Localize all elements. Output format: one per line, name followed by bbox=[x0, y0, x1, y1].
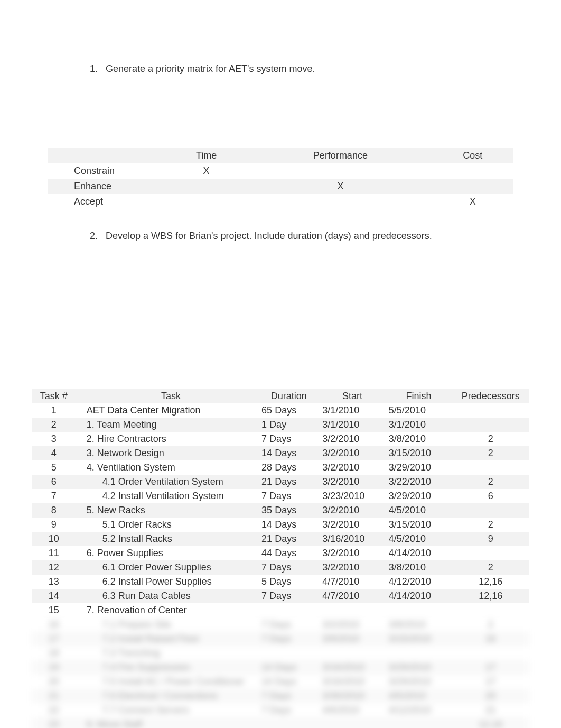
wbs-cell-task: 8. Move Staff bbox=[76, 717, 258, 728]
wbs-cell-duration bbox=[258, 603, 319, 618]
wbs-cell-num: 17 bbox=[32, 632, 76, 646]
wbs-cell-duration: 5 Days bbox=[258, 575, 319, 589]
wbs-cell-finish bbox=[386, 603, 452, 618]
wbs-cell-start: 3/1/2010 bbox=[319, 418, 386, 432]
wbs-cell-task: 7.1 Prepare Site bbox=[76, 618, 258, 632]
wbs-row: 207.5 Install AC / Power Conditioner14 D… bbox=[32, 675, 529, 689]
wbs-cell-num: 3 bbox=[32, 432, 76, 446]
wbs-cell-task: 7. Renovation of Center bbox=[76, 603, 258, 618]
wbs-cell-finish: 3/22/2010 bbox=[386, 475, 452, 489]
wbs-row: 21. Team Meeting1 Day3/1/20103/1/2010 bbox=[32, 418, 529, 432]
wbs-cell-task: 3. Network Design bbox=[76, 446, 258, 460]
wbs-cell-num: 22 bbox=[32, 703, 76, 717]
wbs-cell-predecessors bbox=[452, 418, 529, 432]
wbs-row: 43. Network Design14 Days3/2/20103/15/20… bbox=[32, 446, 529, 460]
wbs-cell-num: 6 bbox=[32, 475, 76, 489]
question-1-number: 1. bbox=[90, 63, 106, 75]
matrix-cell-time: X bbox=[164, 163, 249, 179]
wbs-cell-predecessors: 17 bbox=[452, 660, 529, 675]
wbs-cell-start: 3/16/2010 bbox=[319, 675, 386, 689]
wbs-cell-num: 7 bbox=[32, 489, 76, 503]
wbs-cell-start: 3/2/2010 bbox=[319, 460, 386, 475]
wbs-cell-num: 16 bbox=[32, 618, 76, 632]
wbs-cell-duration: 7 Days bbox=[258, 632, 319, 646]
question-2: 2. Develop a WBS for Brian's project. In… bbox=[90, 231, 498, 242]
matrix-header-cost: Cost bbox=[432, 148, 513, 163]
wbs-row: 146.3 Run Data Cables7 Days4/7/20104/14/… bbox=[32, 589, 529, 603]
question-1-text: Generate a priority matrix for AET's sys… bbox=[106, 63, 498, 75]
wbs-cell-duration: 14 Days bbox=[258, 660, 319, 675]
wbs-row: 64.1 Order Ventilation System21 Days3/2/… bbox=[32, 475, 529, 489]
wbs-cell-task: 6.3 Run Data Cables bbox=[76, 589, 258, 603]
wbs-cell-task: 4.2 Install Ventilation System bbox=[76, 489, 258, 503]
question-1: 1. Generate a priority matrix for AET's … bbox=[90, 63, 498, 75]
wbs-cell-task: 6. Power Supplies bbox=[76, 546, 258, 560]
wbs-cell-start: 3/16/2010 bbox=[319, 532, 386, 546]
wbs-cell-start bbox=[319, 646, 386, 660]
wbs-cell-task: 1. Team Meeting bbox=[76, 418, 258, 432]
wbs-cell-start: 4/6/2010 bbox=[319, 703, 386, 717]
wbs-row: 217.6 Electrical / Connections7 Days3/30… bbox=[32, 689, 529, 703]
wbs-row: 238. Move Staff12,16 bbox=[32, 717, 529, 728]
wbs-row: 177.2 Install Raised Floor7 Days3/9/2010… bbox=[32, 632, 529, 646]
wbs-cell-duration: 28 Days bbox=[258, 460, 319, 475]
wbs-cell-predecessors: 2 bbox=[452, 560, 529, 575]
matrix-header-row: Time Performance Cost bbox=[48, 148, 513, 163]
wbs-cell-predecessors: 2 bbox=[452, 446, 529, 460]
wbs-cell-start: 4/7/2010 bbox=[319, 589, 386, 603]
wbs-cell-predecessors: 2 bbox=[452, 475, 529, 489]
matrix-row-label: Constrain bbox=[48, 163, 164, 179]
wbs-header-duration: Duration bbox=[258, 389, 319, 403]
priority-matrix: Time Performance Cost ConstrainXEnhanceX… bbox=[48, 148, 513, 209]
wbs-header-predecessors: Predecessors bbox=[452, 389, 529, 403]
wbs-cell-finish: 4/5/2010 bbox=[386, 532, 452, 546]
wbs-cell-task: 4. Ventilation System bbox=[76, 460, 258, 475]
wbs-cell-duration: 35 Days bbox=[258, 503, 319, 518]
wbs-cell-predecessors: 9 bbox=[452, 532, 529, 546]
wbs-cell-num: 10 bbox=[32, 532, 76, 546]
wbs-cell-num: 18 bbox=[32, 646, 76, 660]
wbs-cell-duration: 14 Days bbox=[258, 518, 319, 532]
wbs-cell-finish: 3/8/2010 bbox=[386, 560, 452, 575]
wbs-cell-duration: 14 Days bbox=[258, 675, 319, 689]
wbs-cell-finish bbox=[386, 646, 452, 660]
wbs-cell-task: 5. New Racks bbox=[76, 503, 258, 518]
wbs-cell-num: 1 bbox=[32, 403, 76, 418]
wbs-row: 167.1 Prepare Site7 Days3/2/20103/8/2010… bbox=[32, 618, 529, 632]
wbs-cell-num: 4 bbox=[32, 446, 76, 460]
wbs-cell-num: 5 bbox=[32, 460, 76, 475]
wbs-cell-num: 8 bbox=[32, 503, 76, 518]
wbs-cell-task: 7.4 Fire Suppression bbox=[76, 660, 258, 675]
wbs-cell-start: 3/30/2010 bbox=[319, 689, 386, 703]
wbs-cell-start: 3/23/2010 bbox=[319, 489, 386, 503]
wbs-cell-predecessors bbox=[452, 403, 529, 418]
wbs-cell-task: 5.1 Order Racks bbox=[76, 518, 258, 532]
wbs-cell-num: 20 bbox=[32, 675, 76, 689]
wbs-cell-num: 19 bbox=[32, 660, 76, 675]
matrix-cell-time bbox=[164, 179, 249, 194]
wbs-cell-predecessors bbox=[452, 646, 529, 660]
matrix-cell-cost bbox=[432, 179, 513, 194]
wbs-cell-task: AET Data Center Migration bbox=[76, 403, 258, 418]
divider bbox=[90, 246, 498, 246]
wbs-header-start: Start bbox=[319, 389, 386, 403]
wbs-cell-task: 2. Hire Contractors bbox=[76, 432, 258, 446]
wbs-header-finish: Finish bbox=[386, 389, 452, 403]
wbs-cell-start: 3/2/2010 bbox=[319, 446, 386, 460]
wbs-cell-predecessors bbox=[452, 603, 529, 618]
wbs-cell-task: 7.2 Install Raised Floor bbox=[76, 632, 258, 646]
wbs-cell-start: 3/2/2010 bbox=[319, 518, 386, 532]
wbs-cell-finish: 3/1/2010 bbox=[386, 418, 452, 432]
wbs-cell-start: 3/9/2010 bbox=[319, 632, 386, 646]
wbs-cell-finish: 5/5/2010 bbox=[386, 403, 452, 418]
wbs-cell-predecessors: 17 bbox=[452, 675, 529, 689]
wbs-cell-duration: 1 Day bbox=[258, 418, 319, 432]
wbs-cell-predecessors: 21 bbox=[452, 703, 529, 717]
wbs-cell-finish: 3/8/2010 bbox=[386, 618, 452, 632]
matrix-cell-cost: X bbox=[432, 194, 513, 209]
wbs-row: 187.3 Trenching bbox=[32, 646, 529, 660]
wbs-cell-num: 11 bbox=[32, 546, 76, 560]
wbs-cell-task: 7.7 Connect Servers bbox=[76, 703, 258, 717]
wbs-cell-duration: 7 Days bbox=[258, 618, 319, 632]
wbs-row: 1AET Data Center Migration65 Days3/1/201… bbox=[32, 403, 529, 418]
